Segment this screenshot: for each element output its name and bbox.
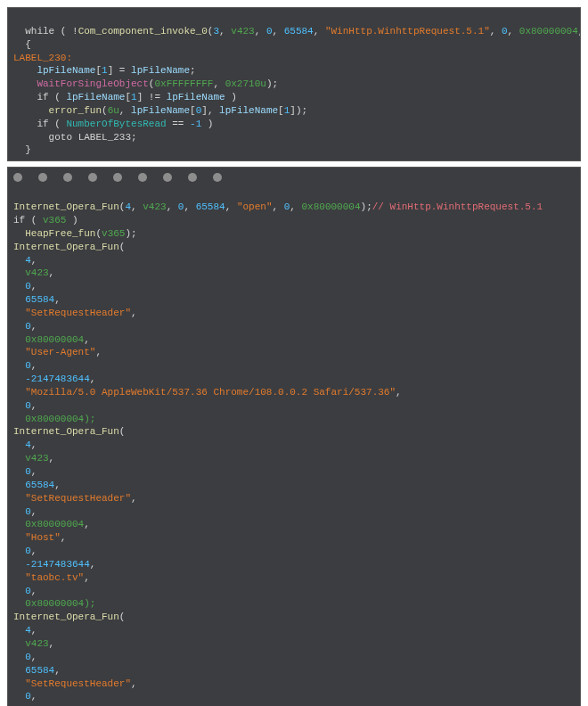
code-line: { <box>13 39 31 50</box>
code-line: "Mozilla/5.0 AppleWebKit/537.36 Chrome/1… <box>13 387 402 398</box>
code-line: if ( lpFileName[1] != lpFileName ) <box>13 92 237 103</box>
dot-icon <box>138 173 147 182</box>
dot-icon <box>63 173 72 182</box>
code-line: goto LABEL_233; <box>13 132 137 143</box>
code-line: 4, <box>13 255 37 266</box>
dot-icon <box>188 173 197 182</box>
code-label: LABEL_230: <box>13 53 72 63</box>
code-block-1: while ( !Com_component_invoke_0(3, v423,… <box>7 7 581 161</box>
code-line: "SetRequestHeader", <box>13 308 137 318</box>
code-line: lpFileName[1] = lpFileName; <box>13 65 196 76</box>
code-line: v423, <box>13 453 54 464</box>
code-line: 0, <box>13 466 37 477</box>
code-line: 0, <box>13 281 37 291</box>
code-line: 0x80000004, <box>13 334 90 345</box>
dot-icon <box>213 173 222 182</box>
code-line: } <box>13 144 31 155</box>
code-block-2: Internet_Opera_Fun(4, v423, 0, 65584, "o… <box>7 185 581 706</box>
dot-icon <box>88 173 97 182</box>
code-line: "User-Agent", <box>13 347 102 357</box>
dot-icon <box>38 173 47 182</box>
code-line: "taobc.tv", <box>13 572 90 583</box>
code-line: 0, <box>13 360 37 371</box>
code-line: if ( v365 ) <box>13 215 78 226</box>
code-line: 0, <box>13 652 37 662</box>
code-line: 0, <box>13 546 37 556</box>
dot-icon <box>113 173 122 182</box>
code-line: 0x80000004); <box>13 414 95 424</box>
code-line: Internet_Opera_Fun( <box>13 426 125 437</box>
code-line: Internet_Opera_Fun( <box>13 242 125 252</box>
dot-icon <box>13 173 22 182</box>
dots-separator <box>7 167 581 185</box>
code-line: Internet_Opera_Fun(4, v423, 0, 65584, "o… <box>13 201 543 212</box>
code-line: while ( !Com_component_invoke_0(3, v423,… <box>13 26 581 37</box>
code-line: if ( NumberOfBytesRead == -1 ) <box>13 119 213 129</box>
code-line: 65584, <box>13 665 61 676</box>
code-line: -2147483644, <box>13 374 95 384</box>
code-line: v423, <box>13 267 54 278</box>
code-line: 0, <box>13 400 37 411</box>
code-line: 0, <box>13 506 37 517</box>
code-line: 0x80000004); <box>13 598 95 609</box>
code-line: "SetRequestHeader", <box>13 678 137 689</box>
code-line: 65584, <box>13 294 61 305</box>
code-line: HeapFree_fun(v365); <box>13 228 137 239</box>
code-line: "Host", <box>13 532 66 543</box>
code-line: Internet_Opera_Fun( <box>13 612 125 622</box>
code-line: 0x80000004, <box>13 519 90 530</box>
code-line: 4, <box>13 439 37 450</box>
code-line: 0, <box>13 321 37 332</box>
code-line: -2147483644, <box>13 559 95 570</box>
code-line: error_fun(6u, lpFileName[0], lpFileName[… <box>13 105 307 116</box>
code-line: 4, <box>13 625 37 636</box>
code-line: "SetRequestHeader", <box>13 493 137 504</box>
code-line: 65584, <box>13 480 61 490</box>
code-line: 0, <box>13 586 37 596</box>
code-line: v423, <box>13 638 54 649</box>
dot-icon <box>163 173 172 182</box>
code-line: 0, <box>13 691 37 702</box>
code-line: WaitForSingleObject(0xFFFFFFFF, 0x2710u)… <box>13 78 278 89</box>
